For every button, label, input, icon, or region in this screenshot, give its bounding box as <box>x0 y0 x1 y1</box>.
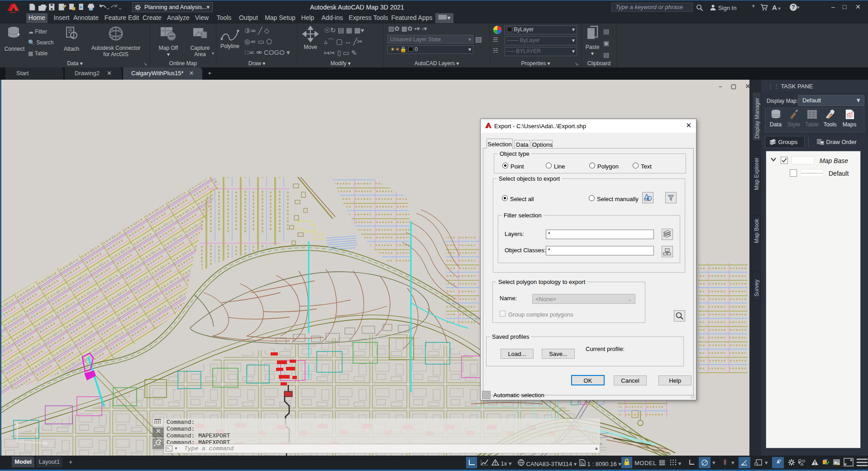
svg-text:CA: CA <box>644 198 649 202</box>
svg-text:X: X <box>49 442 53 449</box>
svg-text:Y: Y <box>14 414 19 421</box>
